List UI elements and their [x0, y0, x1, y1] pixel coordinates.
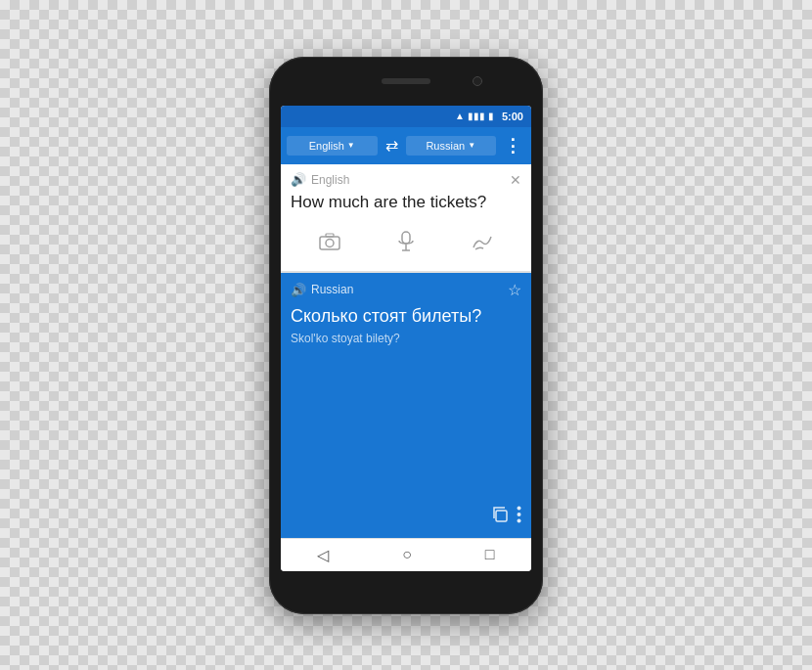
battery-icon: ▮: [488, 111, 494, 121]
swap-icon: ⇄: [385, 136, 398, 155]
status-icons: ▲ ▮▮▮ ▮: [455, 111, 494, 121]
transliteration-text: Skol'ko stoyat bilety?: [291, 332, 521, 345]
trans-lang-text: Russian: [311, 283, 353, 296]
wifi-icon: ▲: [455, 111, 465, 121]
recents-button[interactable]: □: [485, 546, 495, 563]
svg-rect-2: [326, 234, 334, 237]
phone-camera: [473, 76, 482, 86]
signal-icon: ▮▮▮: [468, 111, 485, 121]
input-lang-text: English: [311, 173, 349, 187]
source-lang-arrow: ▼: [347, 141, 355, 150]
input-speaker-icon[interactable]: 🔊: [291, 172, 306, 187]
status-bar: ▲ ▮▮▮ ▮ 5:00: [281, 106, 531, 127]
toolbar-more-button[interactable]: ⋮: [500, 131, 525, 160]
input-text[interactable]: How much are the tickets?: [291, 192, 521, 213]
swap-languages-button[interactable]: ⇄: [382, 132, 402, 158]
svg-rect-6: [496, 511, 507, 521]
source-lang-button[interactable]: English ▼: [287, 136, 378, 156]
home-button[interactable]: ○: [402, 546, 412, 563]
trans-lang-row: 🔊 Russian ☆: [291, 281, 521, 299]
translation-section: 🔊 Russian ☆ Сколько стоят билеты? Skol'k…: [281, 273, 531, 538]
status-time: 5:00: [502, 111, 523, 122]
input-actions-row: [291, 221, 521, 265]
microphone-button[interactable]: [393, 227, 419, 261]
more-icon: ⋮: [504, 135, 521, 156]
camera-button[interactable]: [315, 229, 344, 259]
svg-point-9: [518, 518, 521, 522]
back-button[interactable]: ◁: [317, 546, 329, 564]
close-input-button[interactable]: ✕: [510, 172, 521, 188]
target-lang-label: Russian: [426, 140, 465, 152]
handwrite-button[interactable]: [468, 229, 497, 259]
svg-rect-3: [402, 232, 410, 244]
svg-point-7: [518, 506, 521, 510]
target-lang-button[interactable]: Russian ▼: [406, 136, 497, 156]
trans-speaker-icon[interactable]: 🔊: [291, 283, 306, 297]
app-toolbar: English ▼ ⇄ Russian ▼ ⋮: [281, 127, 531, 164]
phone-speaker: [382, 78, 430, 84]
phone-screen: ▲ ▮▮▮ ▮ 5:00 English ▼ ⇄ Russian ▼ ⋮: [281, 106, 531, 571]
copy-translation-button[interactable]: [491, 506, 509, 528]
translated-text: Сколько стоят билеты?: [291, 305, 521, 328]
source-lang-label: English: [309, 140, 344, 152]
phone-bottom-bar: [279, 575, 533, 603]
trans-actions-row: [291, 506, 521, 528]
target-lang-arrow: ▼: [468, 141, 475, 150]
input-lang-row: 🔊 English ✕: [291, 172, 521, 188]
svg-point-1: [326, 239, 334, 246]
phone-device: ▲ ▮▮▮ ▮ 5:00 English ▼ ⇄ Russian ▼ ⋮: [269, 57, 543, 614]
favorite-button[interactable]: ☆: [508, 281, 521, 299]
trans-more-button[interactable]: [517, 506, 521, 528]
phone-top-bar: [279, 68, 533, 104]
input-section: 🔊 English ✕ How much are the tickets?: [281, 164, 531, 272]
svg-point-8: [518, 513, 521, 516]
nav-bar: ◁ ○ □: [281, 538, 531, 571]
